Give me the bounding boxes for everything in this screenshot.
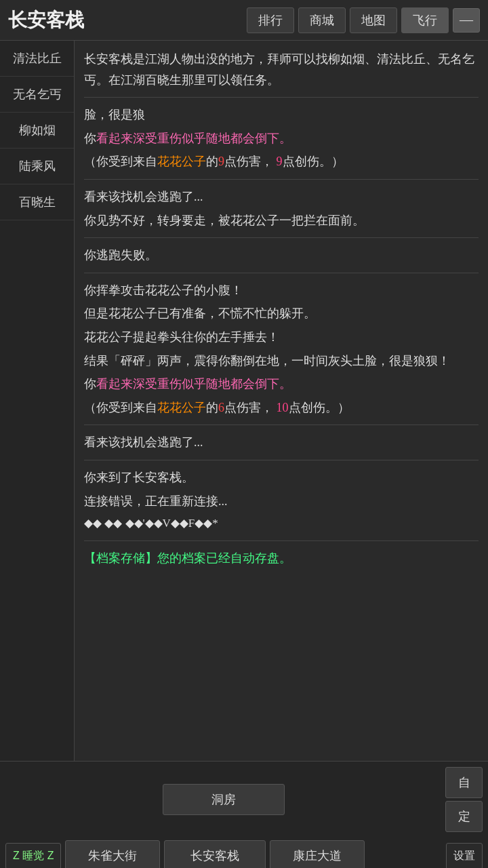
text-escape2: 你见势不好，转身要走，被花花公子一把拦在面前。 [84, 210, 479, 231]
topbar-menu-icon[interactable]: — [453, 8, 480, 33]
sidebar-item-wuming[interactable]: 无名乞丐 [0, 77, 74, 113]
text-reconnect: 连接错误，正在重新连接... [84, 491, 479, 512]
text-escape3: 看来该找机会逃跑了... [84, 432, 479, 453]
topbar-btn-map[interactable]: 地图 [350, 7, 397, 33]
main-layout: 清法比丘 无名乞丐 柳如烟 陆乘风 百晓生 长安客栈是江湖人物出没的地方，拜师可… [0, 41, 488, 761]
text-damage2: （你受到来自花花公子的6点伤害， 10点创伤。） [84, 397, 479, 418]
action-area: 洞房 自 定 Z 睡觉 Z 朱雀大街 长安客栈 康庄大道 设置 [0, 761, 488, 868]
intro-text: 长安客栈是江湖人物出没的地方，拜师可以找柳如烟、清法比丘、无名乞丐。在江湖百晓生… [84, 49, 479, 90]
sleep-button[interactable]: Z 睡觉 Z [5, 843, 61, 869]
topbar-btn-fly[interactable]: 飞行 [401, 7, 449, 33]
action-btn-zhuque[interactable]: 朱雀大街 [65, 840, 160, 868]
sidebar-item-baixiao[interactable]: 百晓生 [0, 184, 74, 220]
archive-msg: 【档案存储】您的档案已经自动存盘。 [84, 548, 479, 569]
sidebar-item-qingfa[interactable]: 清法比丘 [0, 41, 74, 77]
text-attack2: 但是花花公子已有准备，不慌不忙的躲开。 [84, 303, 479, 324]
settings-button[interactable]: 设置 [446, 843, 483, 869]
sidebar: 清法比丘 无名乞丐 柳如烟 陆乘风 百晓生 [0, 41, 75, 761]
topbar-btn-rank[interactable]: 排行 [247, 7, 294, 33]
text-attack3: 花花公子提起拳头往你的左手捶去！ [84, 327, 479, 348]
topbar: 长安客栈 排行 商城 地图 飞行 — [0, 0, 488, 41]
action-btn-kangzhuang[interactable]: 康庄大道 [270, 840, 365, 868]
sidebar-item-liu[interactable]: 柳如烟 [0, 113, 74, 149]
sidebar-item-lucheng[interactable]: 陆乘风 [0, 149, 74, 184]
text-escape1: 看来该找机会逃跑了... [84, 186, 479, 208]
topbar-btn-shop[interactable]: 商城 [298, 7, 346, 33]
text-arrive: 你来到了长安客栈。 [84, 467, 479, 488]
text-attack4: 结果「砰砰」两声，震得你翻倒在地，一时间灰头土脸，很是狼狈！ [84, 351, 479, 372]
text-attack1: 你挥拳攻击花花公子的小腹！ [84, 280, 479, 301]
action-btn-ziding-2[interactable]: 定 [445, 801, 483, 832]
text-hurt1: 你看起来深受重伤似乎随地都会倒下。 [84, 128, 479, 149]
text-escape-fail: 你逃跑失败。 [84, 245, 479, 266]
action-btn-ziding-1[interactable]: 自 [445, 767, 483, 798]
text-damage1: （你受到来自花花公子的9点伤害， 9点创伤。） [84, 151, 479, 172]
text-face: 脸，很是狼 [84, 104, 479, 125]
content-area[interactable]: 长安客栈是江湖人物出没的地方，拜师可以找柳如烟、清法比丘、无名乞丐。在江湖百晓生… [75, 41, 488, 761]
app-title: 长安客栈 [8, 7, 243, 33]
action-btn-changan[interactable]: 长安客栈 [164, 840, 266, 868]
text-garbled: ◆◆ ◆◆ ◆◆'◆◆V◆◆F◆◆* [84, 514, 479, 534]
action-btn-dongfang[interactable]: 洞房 [163, 784, 285, 815]
text-hurt2: 你看起来深受重伤似乎随地都会倒下。 [84, 374, 479, 395]
